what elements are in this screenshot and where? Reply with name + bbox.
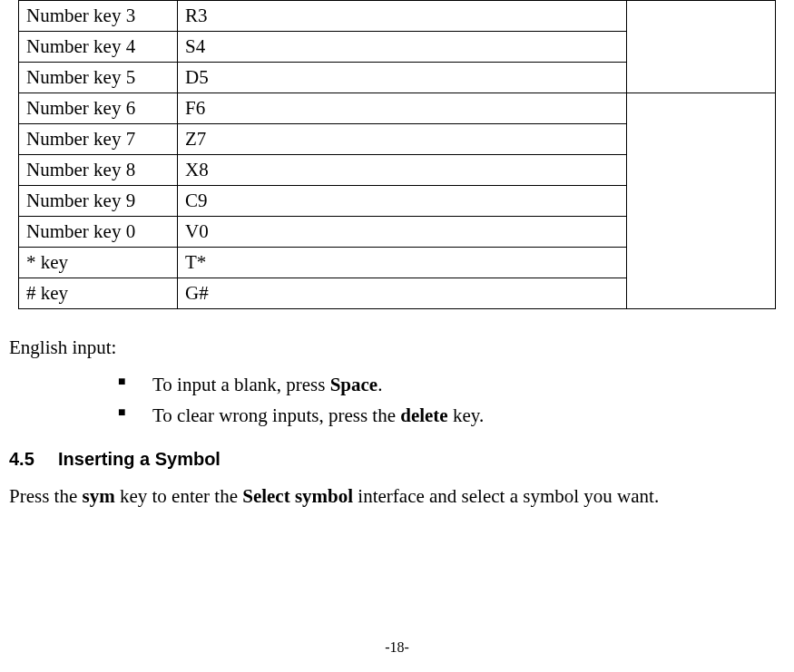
bold-text: Space — [330, 374, 378, 395]
key-cell: # key — [19, 278, 178, 309]
val-cell: F6 — [178, 93, 627, 124]
key-cell: Number key 0 — [19, 217, 178, 248]
list-item: To input a blank, press Space. — [118, 370, 785, 401]
section-heading: 4.5Inserting a Symbol — [9, 449, 785, 470]
val-cell: S4 — [178, 32, 627, 63]
val-cell: G# — [178, 278, 627, 309]
text: To clear wrong inputs, press the — [152, 404, 400, 426]
key-cell: Number key 9 — [19, 186, 178, 217]
text: Press the — [9, 485, 83, 507]
key-cell: Number key 5 — [19, 63, 178, 93]
section-number: 4.5 — [9, 449, 58, 470]
text: To input a blank, press — [152, 374, 330, 395]
section-title: Inserting a Symbol — [58, 449, 221, 469]
key-cell: * key — [19, 248, 178, 278]
text: key. — [448, 404, 484, 426]
key-cell: Number key 7 — [19, 124, 178, 155]
val-cell: T* — [178, 248, 627, 278]
body-paragraph: Press the sym key to enter the Select sy… — [9, 482, 785, 511]
val-cell: X8 — [178, 155, 627, 186]
list-item: To clear wrong inputs, press the delete … — [118, 401, 785, 432]
key-cell: Number key 8 — [19, 155, 178, 186]
bold-text: delete — [400, 404, 447, 426]
text: . — [377, 374, 382, 395]
text: interface and select a symbol you want. — [353, 485, 659, 507]
key-mapping-table: Number key 3 R3 Number key 4 S4 Number k… — [18, 0, 776, 309]
val-cell: V0 — [178, 217, 627, 248]
bold-text: Select symbol — [242, 485, 353, 507]
key-cell: Number key 6 — [19, 93, 178, 124]
val-cell: C9 — [178, 186, 627, 217]
table-row: Number key 3 R3 — [19, 1, 776, 32]
val-cell: Z7 — [178, 124, 627, 155]
english-input-label: English input: — [9, 336, 785, 359]
empty-cell — [627, 93, 776, 309]
val-cell: R3 — [178, 1, 627, 32]
page-number: -18- — [0, 639, 794, 656]
bold-text: sym — [83, 485, 115, 507]
key-cell: Number key 4 — [19, 32, 178, 63]
empty-cell — [627, 1, 776, 93]
val-cell: D5 — [178, 63, 627, 93]
text: key to enter the — [115, 485, 243, 507]
bullet-list: To input a blank, press Space. To clear … — [9, 370, 785, 431]
key-cell: Number key 3 — [19, 1, 178, 32]
table-row: Number key 6 F6 — [19, 93, 776, 124]
